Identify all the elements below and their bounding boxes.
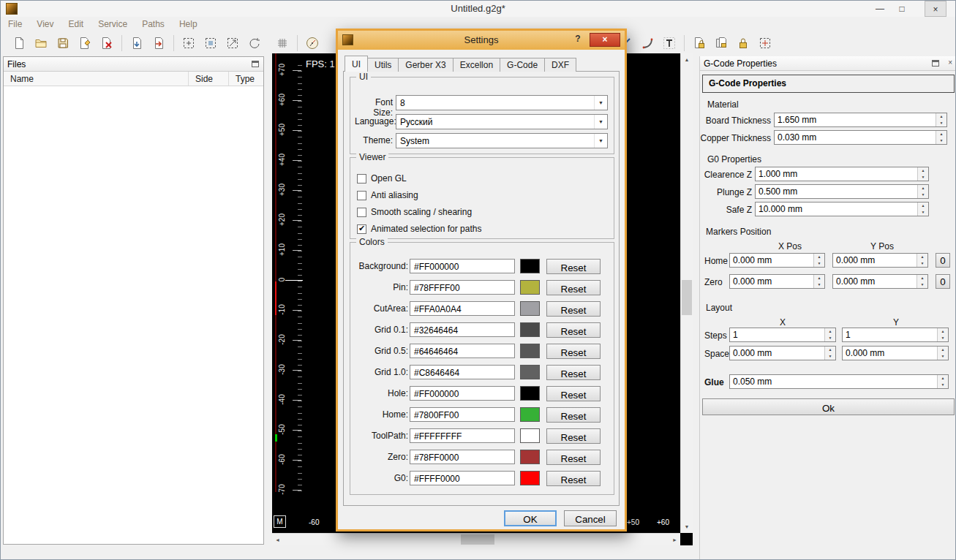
- paste-locked-button[interactable]: [712, 34, 731, 53]
- files-list[interactable]: [4, 86, 263, 544]
- reset-button[interactable]: Reset: [546, 365, 601, 380]
- import-button[interactable]: [127, 34, 146, 53]
- color-hex-input[interactable]: #FFFFFFFF: [410, 428, 515, 443]
- home-zero-button[interactable]: 0: [936, 253, 950, 268]
- zero-zero-button[interactable]: 0: [936, 274, 950, 289]
- grid-snap-button[interactable]: [273, 34, 292, 53]
- color-swatch[interactable]: [520, 344, 540, 358]
- font-size-combobox[interactable]: 8 ▼: [396, 95, 608, 110]
- color-hex-input[interactable]: #FF000000: [410, 386, 515, 401]
- title-bar[interactable]: Untitled.g2g* — □ ×: [1, 1, 955, 17]
- language-combobox[interactable]: Русский ▼: [396, 114, 608, 129]
- color-hex-input[interactable]: #FF000000: [410, 259, 515, 273]
- color-hex-input[interactable]: #C8646464: [410, 365, 515, 379]
- save-as-button[interactable]: [75, 34, 94, 53]
- menu-help[interactable]: Help: [178, 18, 205, 31]
- dialog-cancel-button[interactable]: Cancel: [564, 510, 617, 526]
- select-rect-button[interactable]: [201, 34, 220, 53]
- tab-utils[interactable]: Utils: [367, 58, 399, 72]
- minimize-button[interactable]: —: [869, 1, 891, 17]
- tab-dxf[interactable]: DXF: [544, 58, 576, 72]
- color-swatch[interactable]: [520, 386, 540, 401]
- space-y-spinbox[interactable]: 0.000 mm: [842, 346, 949, 360]
- anti-aliasing-checkbox[interactable]: [357, 191, 366, 200]
- board-thickness-spinbox[interactable]: 1.650 mm: [774, 113, 947, 127]
- scroll-right-icon[interactable]: ►: [672, 537, 677, 542]
- menu-file[interactable]: File: [7, 18, 29, 31]
- menu-view[interactable]: Viev: [35, 18, 61, 31]
- color-swatch[interactable]: [520, 365, 540, 379]
- spinner-buttons[interactable]: [936, 131, 946, 144]
- tab-gcode[interactable]: G-Code: [500, 58, 545, 72]
- zero-x-spinbox[interactable]: 0.000 mm: [729, 274, 825, 289]
- spinner-buttons[interactable]: [824, 328, 835, 341]
- reset-button[interactable]: Reset: [546, 471, 601, 486]
- scroll-down-icon[interactable]: ▼: [681, 524, 693, 529]
- spinner-buttons[interactable]: [824, 347, 835, 360]
- open-gl-checkbox[interactable]: [357, 174, 366, 183]
- close-panel-icon[interactable]: ×: [948, 58, 952, 67]
- spinner-buttons[interactable]: [813, 254, 824, 267]
- save-button[interactable]: [53, 34, 72, 53]
- horizontal-scrollbar[interactable]: ◄ ►: [272, 533, 680, 545]
- spinner-buttons[interactable]: [917, 185, 928, 198]
- vertical-scrollbar[interactable]: ▲ ▼: [680, 53, 693, 533]
- reset-button[interactable]: Reset: [546, 301, 601, 317]
- color-swatch[interactable]: [520, 280, 540, 295]
- copper-thickness-spinbox[interactable]: 0.030 mm: [774, 130, 947, 145]
- smooth-scaling-checkbox[interactable]: [357, 208, 366, 217]
- export-button[interactable]: [149, 34, 168, 53]
- lock-button[interactable]: [734, 34, 753, 53]
- theme-combobox[interactable]: System ▼: [396, 133, 608, 148]
- dialog-close-button[interactable]: ×: [590, 33, 620, 47]
- scroll-up-icon[interactable]: ▲: [681, 57, 693, 62]
- animated-selection-checkbox[interactable]: [357, 224, 366, 234]
- maximize-button[interactable]: □: [891, 1, 913, 17]
- color-hex-input[interactable]: #FFFF0000: [410, 471, 515, 485]
- measure-tool-button[interactable]: [303, 34, 322, 53]
- rotate-selection-button[interactable]: [245, 34, 264, 53]
- horizontal-scrollbar-thumb[interactable]: [461, 534, 494, 545]
- spinner-buttons[interactable]: [813, 275, 824, 288]
- scroll-left-icon[interactable]: ◄: [275, 537, 280, 542]
- close-document-button[interactable]: [97, 34, 116, 53]
- tab-excellon[interactable]: Excellon: [453, 58, 500, 72]
- dialog-help-button[interactable]: ?: [571, 34, 585, 47]
- draw-arc-button[interactable]: [638, 34, 657, 53]
- column-name[interactable]: Name: [4, 72, 189, 86]
- reset-button[interactable]: Reset: [546, 344, 601, 359]
- reset-button[interactable]: Reset: [546, 322, 601, 338]
- draw-text-button[interactable]: [660, 34, 679, 53]
- color-hex-input[interactable]: #78FF0000: [410, 450, 515, 464]
- color-hex-input[interactable]: #64646464: [410, 344, 515, 358]
- menu-paths[interactable]: Paths: [140, 18, 172, 31]
- color-swatch[interactable]: [520, 450, 540, 464]
- reset-button[interactable]: Reset: [546, 407, 601, 423]
- clearence-z-spinbox[interactable]: 1.000 mm: [755, 167, 929, 181]
- color-swatch[interactable]: [520, 407, 540, 422]
- color-hex-input[interactable]: #78FFFF00: [410, 280, 515, 295]
- spinner-buttons[interactable]: [937, 375, 948, 388]
- zero-y-spinbox[interactable]: 0.000 mm: [832, 274, 928, 289]
- steps-y-spinbox[interactable]: 1: [842, 328, 949, 342]
- reset-button[interactable]: Reset: [546, 450, 601, 465]
- spinner-buttons[interactable]: [937, 347, 948, 360]
- resize-selection-button[interactable]: [223, 34, 242, 53]
- column-side[interactable]: Side: [189, 72, 229, 86]
- color-swatch[interactable]: [520, 301, 540, 316]
- float-panel-icon[interactable]: [932, 60, 939, 67]
- reset-button[interactable]: Reset: [546, 428, 601, 444]
- close-button[interactable]: ×: [925, 1, 946, 17]
- space-x-spinbox[interactable]: 0.000 mm: [729, 346, 836, 360]
- home-y-spinbox[interactable]: 0.000 mm: [832, 253, 928, 268]
- dialog-ok-button[interactable]: OK: [504, 510, 557, 526]
- tab-ui[interactable]: UI: [345, 56, 368, 72]
- reset-button[interactable]: Reset: [546, 386, 601, 401]
- refresh-selection-button[interactable]: [756, 34, 775, 53]
- plunge-z-spinbox[interactable]: 0.500 mm: [755, 184, 929, 199]
- steps-x-spinbox[interactable]: 1: [729, 328, 836, 342]
- column-type[interactable]: Type: [229, 72, 263, 86]
- reset-button[interactable]: Reset: [546, 280, 601, 295]
- menu-service[interactable]: Service: [97, 18, 135, 31]
- color-hex-input[interactable]: #32646464: [410, 322, 515, 337]
